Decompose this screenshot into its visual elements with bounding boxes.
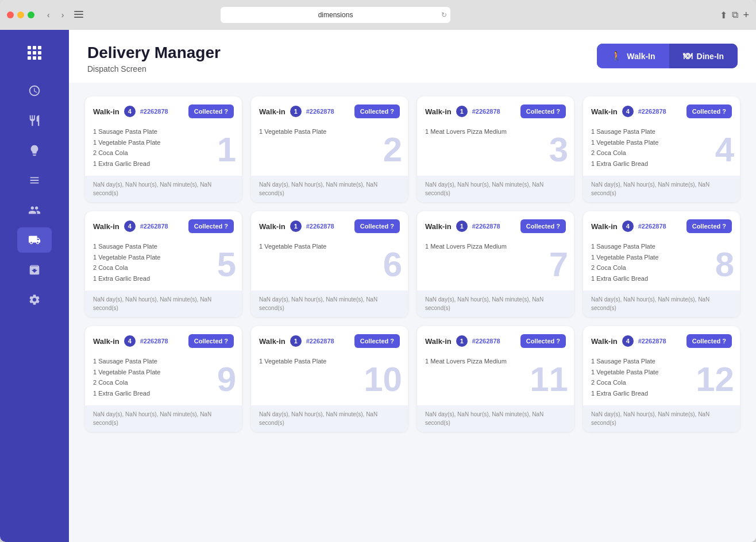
order-item: 2 Coca Cola xyxy=(93,148,234,158)
card-header: Walk-in4#2262878Collected ? xyxy=(583,96,740,124)
page-title: Delivery Manager xyxy=(87,44,221,62)
top-bar: Delivery Manager Dispatch Screen 🚶 Walk-… xyxy=(69,30,756,83)
dine-icon: 🍽 xyxy=(683,51,692,61)
order-badge: 4 xyxy=(124,106,136,117)
collected-button[interactable]: Collected ? xyxy=(188,219,234,233)
dine-in-label: Dine-In xyxy=(697,52,724,61)
card-number: 7 xyxy=(549,247,568,282)
order-item: 1 Vegetable Pasta Plate xyxy=(591,137,732,148)
collected-button[interactable]: Collected ? xyxy=(686,219,732,233)
forward-button[interactable]: › xyxy=(58,8,68,22)
card-number: 10 xyxy=(364,362,402,397)
order-id: #2262878 xyxy=(638,338,666,344)
back-button[interactable]: ‹ xyxy=(44,8,53,22)
order-type-label: Walk-in xyxy=(93,107,119,116)
sidebar-grid-icon[interactable] xyxy=(23,41,46,64)
sidebar-item-box[interactable] xyxy=(17,257,52,282)
card-number: 12 xyxy=(696,362,734,397)
order-id: #2262878 xyxy=(140,223,168,230)
minimize-button[interactable] xyxy=(17,11,24,18)
collected-button[interactable]: Collected ? xyxy=(520,334,566,348)
card-body: 1 Sausage Pasta Plate1 Vegetable Pasta P… xyxy=(85,124,242,176)
order-card: Walk-in1#2262878Collected ?1 Vegetable P… xyxy=(251,96,408,202)
card-header: Walk-in1#2262878Collected ? xyxy=(251,326,408,354)
order-type-label: Walk-in xyxy=(93,337,119,346)
order-type-label: Walk-in xyxy=(259,337,286,346)
sidebar-item-delivery[interactable] xyxy=(17,227,52,253)
duplicate-button[interactable]: ⧉ xyxy=(732,9,738,21)
card-header: Walk-in1#2262878Collected ? xyxy=(417,211,574,239)
collected-button[interactable]: Collected ? xyxy=(520,219,566,233)
order-badge: 4 xyxy=(622,220,634,232)
collected-button[interactable]: Collected ? xyxy=(188,334,234,348)
order-id: #2262878 xyxy=(638,108,666,115)
order-item: 1 Extra Garlic Bread xyxy=(93,388,234,399)
reload-icon[interactable]: ↻ xyxy=(441,11,447,19)
card-body: 1 Sausage Pasta Plate1 Vegetable Pasta P… xyxy=(583,354,740,405)
order-item: 1 Sausage Pasta Plate xyxy=(93,241,234,252)
card-header: Walk-in1#2262878Collected ? xyxy=(251,96,408,124)
order-item: 1 Extra Garlic Bread xyxy=(591,158,732,169)
close-button[interactable] xyxy=(7,11,14,18)
maximize-button[interactable] xyxy=(28,11,34,18)
card-number: 1 xyxy=(217,133,236,167)
order-badge: 1 xyxy=(456,220,468,232)
address-bar[interactable]: dimensions ↻ xyxy=(221,7,450,23)
dine-in-mode-button[interactable]: 🍽 Dine-In xyxy=(669,44,738,68)
order-type-label: Walk-in xyxy=(425,222,452,231)
collected-button[interactable]: Collected ? xyxy=(354,219,400,233)
sidebar-item-menu[interactable] xyxy=(17,168,52,193)
order-item: 1 Sausage Pasta Plate xyxy=(591,241,732,252)
order-type-label: Walk-in xyxy=(259,222,286,231)
card-body: 1 Sausage Pasta Plate1 Vegetable Pasta P… xyxy=(85,354,242,405)
sidebar-item-clock[interactable] xyxy=(17,78,52,103)
collected-button[interactable]: Collected ? xyxy=(520,104,566,118)
collected-button[interactable]: Collected ? xyxy=(686,104,732,118)
sidebar-item-idea[interactable] xyxy=(17,138,52,163)
new-tab-button[interactable]: + xyxy=(743,9,749,21)
app-container: Delivery Manager Dispatch Screen 🚶 Walk-… xyxy=(0,30,756,542)
card-footer: NaN day(s), NaN hour(s), NaN minute(s), … xyxy=(583,176,740,202)
order-type-label: Walk-in xyxy=(425,107,452,116)
traffic-lights xyxy=(7,11,34,18)
order-badge: 4 xyxy=(124,335,136,347)
orders-grid: Walk-in4#2262878Collected ?1 Sausage Pas… xyxy=(69,83,756,542)
collected-button[interactable]: Collected ? xyxy=(686,334,732,348)
card-header: Walk-in4#2262878Collected ? xyxy=(583,326,740,354)
card-header: Walk-in4#2262878Collected ? xyxy=(85,211,242,239)
collected-button[interactable]: Collected ? xyxy=(354,334,400,348)
card-header: Walk-in1#2262878Collected ? xyxy=(251,211,408,239)
collected-button[interactable]: Collected ? xyxy=(188,104,234,118)
sidebar-item-team[interactable] xyxy=(17,198,52,223)
sidebar xyxy=(0,30,69,542)
card-footer: NaN day(s), NaN hour(s), NaN minute(s), … xyxy=(583,291,740,317)
order-card: Walk-in4#2262878Collected ?1 Sausage Pas… xyxy=(583,326,740,432)
order-item: 1 Meat Lovers Pizza Medium xyxy=(425,126,566,137)
sidebar-item-settings[interactable] xyxy=(17,287,52,312)
card-number: 2 xyxy=(383,133,402,167)
card-body: 1 Meat Lovers Pizza Medium7 xyxy=(417,239,574,291)
collected-button[interactable]: Collected ? xyxy=(354,104,400,118)
share-button[interactable]: ⬆ xyxy=(720,9,727,21)
order-id: #2262878 xyxy=(638,223,666,230)
card-body: 1 Sausage Pasta Plate1 Vegetable Pasta P… xyxy=(583,239,740,291)
card-body: 1 Meat Lovers Pizza Medium3 xyxy=(417,124,574,176)
order-item: 2 Coca Cola xyxy=(93,262,234,273)
order-id: #2262878 xyxy=(306,223,334,230)
card-header: Walk-in1#2262878Collected ? xyxy=(417,326,574,354)
sidebar-item-food[interactable] xyxy=(17,108,52,133)
order-badge: 4 xyxy=(622,335,634,347)
svg-rect-2 xyxy=(74,17,83,18)
order-item: 1 Sausage Pasta Plate xyxy=(591,126,732,137)
browser-window: ‹ › dimensions ↻ ⬆ ⧉ + xyxy=(0,0,756,542)
order-item: 1 Meat Lovers Pizza Medium xyxy=(425,241,566,252)
order-card: Walk-in1#2262878Collected ?1 Meat Lovers… xyxy=(417,211,574,317)
page-title-section: Delivery Manager Dispatch Screen xyxy=(87,44,221,73)
order-item: 1 Extra Garlic Bread xyxy=(93,158,234,169)
order-id: #2262878 xyxy=(306,108,334,115)
order-badge: 1 xyxy=(290,220,302,232)
order-item: 1 Vegetable Pasta Plate xyxy=(259,126,400,137)
page-subtitle: Dispatch Screen xyxy=(87,64,221,73)
walk-in-mode-button[interactable]: 🚶 Walk-In xyxy=(597,44,669,68)
sidebar-toggle-button[interactable] xyxy=(74,11,83,20)
